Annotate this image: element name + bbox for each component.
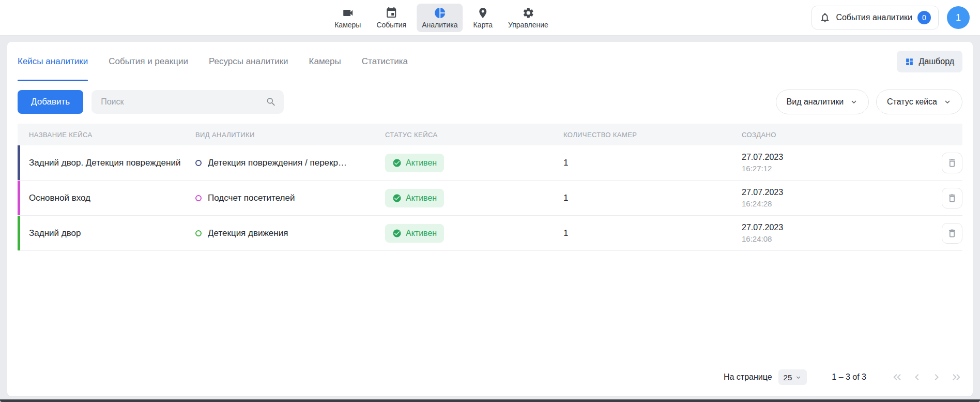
case-color-stripe xyxy=(18,216,20,250)
pie-chart-icon xyxy=(434,7,446,19)
analytics-events-button[interactable]: События аналитики 0 xyxy=(811,6,939,29)
nav-item-management[interactable]: Управление xyxy=(503,4,554,32)
analytics-type-icon xyxy=(195,160,202,166)
nav-item-analytics[interactable]: Аналитика xyxy=(417,4,463,32)
status-cell: Активен xyxy=(385,224,563,243)
analytics-type-label: Детекция повреждения / перекр… xyxy=(208,158,347,168)
actions-cell xyxy=(933,223,962,244)
dashboard-button[interactable]: Дашборд xyxy=(897,51,963,72)
events-count-badge: 0 xyxy=(917,11,931,24)
main-nav: Камеры События Аналитика Карта Управлени… xyxy=(329,0,554,35)
analytics-type-cell: Подсчет посетителей xyxy=(195,193,385,203)
dashboard-button-label: Дашборд xyxy=(919,57,955,66)
per-page-label: На странице xyxy=(724,373,772,382)
nav-item-events[interactable]: События xyxy=(371,4,411,32)
check-circle-icon xyxy=(392,158,402,168)
delete-case-button[interactable] xyxy=(942,223,962,244)
delete-case-button[interactable] xyxy=(942,188,962,209)
tab-analytics-resources[interactable]: Ресурсы аналитики xyxy=(209,42,288,81)
analytics-cases-card: Кейсы аналитики События и реакции Ресурс… xyxy=(7,42,973,396)
created-time: 16:27:12 xyxy=(742,164,933,173)
first-page-button[interactable] xyxy=(891,371,904,383)
created-time: 16:24:08 xyxy=(742,234,933,243)
table-row[interactable]: Задний двор Детекция движения Активен 1 … xyxy=(18,216,962,251)
status-badge: Активен xyxy=(385,224,444,243)
add-case-button[interactable]: Добавить xyxy=(18,90,83,114)
created-date: 27.07.2023 xyxy=(742,188,933,197)
camera-count: 1 xyxy=(563,158,742,168)
gear-icon xyxy=(522,7,534,19)
created-time: 16:24:28 xyxy=(742,199,933,208)
tab-analytics-cases[interactable]: Кейсы аналитики xyxy=(18,42,88,81)
analytics-type-filter-label: Вид аналитики xyxy=(787,97,844,107)
case-name: Задний двор. Детекция повреждений xyxy=(18,158,195,168)
pager xyxy=(891,371,962,383)
tab-cameras[interactable]: Камеры xyxy=(309,42,341,81)
app-header: Камеры События Аналитика Карта Управлени… xyxy=(0,0,980,36)
status-badge: Активен xyxy=(385,189,444,207)
analytics-events-label: События аналитики xyxy=(836,13,912,22)
tab-statistics[interactable]: Статистика xyxy=(362,42,408,81)
status-cell: Активен xyxy=(385,154,563,172)
col-header-analytics-type: ВИД АНАЛИТИКИ xyxy=(195,131,385,139)
camera-icon xyxy=(342,7,354,19)
trash-icon xyxy=(947,158,957,168)
actions-cell xyxy=(933,188,962,209)
header-right: События аналитики 0 1 xyxy=(811,6,970,29)
window-bottom-edge xyxy=(0,399,980,402)
created-cell: 27.07.2023 16:24:08 xyxy=(742,223,933,243)
case-color-stripe xyxy=(18,145,20,180)
col-header-camera-count: КОЛИЧЕСТВО КАМЕР xyxy=(563,131,742,139)
col-header-case-status: СТАТУС КЕЙСА xyxy=(385,131,563,139)
case-status-filter[interactable]: Статус кейса xyxy=(876,90,962,114)
created-date: 27.07.2023 xyxy=(742,153,933,162)
created-cell: 27.07.2023 16:24:28 xyxy=(742,188,933,208)
chevron-right-icon xyxy=(930,371,943,383)
search-icon xyxy=(266,97,277,108)
double-chevron-left-icon xyxy=(891,371,904,383)
table-row[interactable]: Основной вход Подсчет посетителей Активе… xyxy=(18,181,962,216)
nav-label-map: Карта xyxy=(473,21,493,29)
chevron-down-icon xyxy=(795,374,802,381)
avatar[interactable]: 1 xyxy=(947,6,970,29)
analytics-type-label: Детекция движения xyxy=(208,228,288,239)
analytics-type-icon xyxy=(195,230,202,236)
analytics-type-filter[interactable]: Вид аналитики xyxy=(776,90,869,114)
camera-count: 1 xyxy=(563,193,742,203)
nav-item-cameras[interactable]: Камеры xyxy=(329,4,366,32)
next-page-button[interactable] xyxy=(930,371,943,383)
table-row[interactable]: Задний двор. Детекция повреждений Детекц… xyxy=(18,145,962,181)
analytics-type-label: Подсчет посетителей xyxy=(208,193,295,203)
analytics-type-cell: Детекция повреждения / перекр… xyxy=(195,158,385,168)
case-name: Основной вход xyxy=(18,193,195,203)
chevron-down-icon xyxy=(943,98,952,106)
case-name: Задний двор xyxy=(18,228,195,239)
per-page-control: На странице 25 xyxy=(724,369,807,385)
dashboard-grid-icon xyxy=(905,57,914,66)
nav-item-map[interactable]: Карта xyxy=(468,4,498,32)
search-input[interactable] xyxy=(91,90,284,114)
delete-case-button[interactable] xyxy=(942,153,962,173)
analytics-type-cell: Детекция движения xyxy=(195,228,385,239)
trash-icon xyxy=(947,193,957,203)
col-header-case-name: НАЗВАНИЕ КЕЙСА xyxy=(18,131,195,139)
map-pin-icon xyxy=(477,7,489,19)
cases-table: НАЗВАНИЕ КЕЙСА ВИД АНАЛИТИКИ СТАТУС КЕЙС… xyxy=(18,124,962,251)
nav-label-analytics: Аналитика xyxy=(422,21,457,29)
page-range-text: 1 – 3 of 3 xyxy=(832,373,866,382)
per-page-value: 25 xyxy=(784,373,792,382)
bell-icon xyxy=(819,12,831,23)
status-cell: Активен xyxy=(385,189,563,207)
tab-events-reactions[interactable]: События и реакции xyxy=(109,42,188,81)
created-date: 27.07.2023 xyxy=(742,223,933,232)
search-box xyxy=(91,90,284,114)
filters: Вид аналитики Статус кейса xyxy=(776,90,962,114)
prev-page-button[interactable] xyxy=(911,371,923,383)
toolbar: Добавить Вид аналитики Статус кейса xyxy=(18,90,962,114)
col-header-created: СОЗДАНО xyxy=(742,131,933,139)
last-page-button[interactable] xyxy=(950,371,962,383)
nav-label-management: Управление xyxy=(508,21,548,29)
status-label: Активен xyxy=(406,229,437,238)
nav-label-events: События xyxy=(376,21,406,29)
per-page-select[interactable]: 25 xyxy=(778,369,807,385)
